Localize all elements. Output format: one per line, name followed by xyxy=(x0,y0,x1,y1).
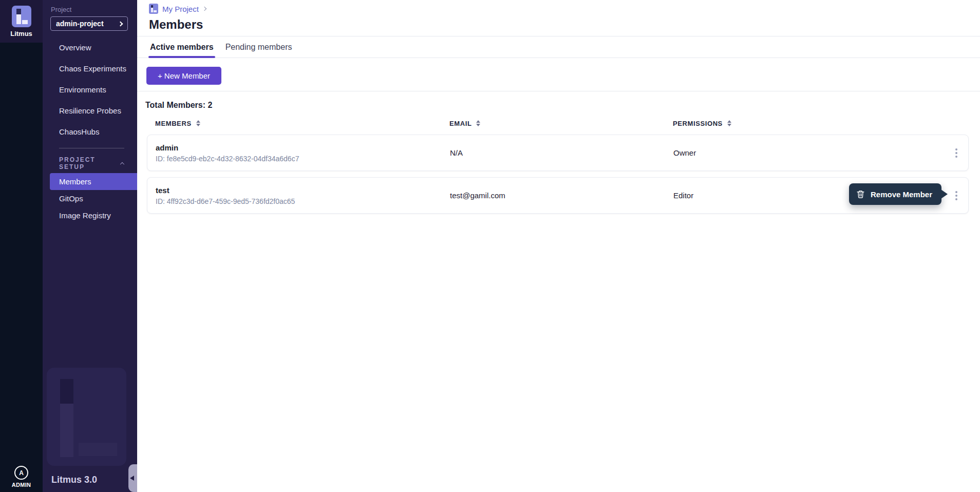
chevron-right-icon xyxy=(202,7,206,11)
main-nav: Overview Chaos Experiments Environments … xyxy=(43,37,137,142)
sidebar: Project admin-project Overview Chaos Exp… xyxy=(43,0,137,492)
icon-rail: Litmus A ADMIN xyxy=(0,0,43,492)
setup-nav: Members GitOps Image Registry xyxy=(43,173,137,224)
sidebar-divider xyxy=(59,148,124,148)
user-label: ADMIN xyxy=(12,482,31,488)
version-label: Litmus 3.0 xyxy=(51,475,97,485)
remove-member-label: Remove Member xyxy=(871,190,932,199)
sort-icon xyxy=(727,120,731,126)
project-selector[interactable]: admin-project xyxy=(50,16,128,31)
row-menu-kebab-icon[interactable] xyxy=(949,188,964,203)
member-cell: test ID: 4ff92c3d-d6e7-459c-9ed5-736fd2f… xyxy=(156,186,450,205)
sidebar-item-resilience-probes[interactable]: Resilience Probes xyxy=(43,100,137,121)
sidebar-item-image-registry[interactable]: Image Registry xyxy=(43,207,137,224)
member-id: ID: fe8e5cd9-eb2c-4d32-8632-04df34a6d6c7 xyxy=(156,155,450,163)
project-selector-value: admin-project xyxy=(56,20,104,28)
app-logo-label: Litmus xyxy=(10,30,32,37)
member-name: test xyxy=(156,186,450,195)
member-email: test@gamil.com xyxy=(450,191,673,200)
sidebar-item-environments[interactable]: Environments xyxy=(43,79,137,100)
trash-icon xyxy=(856,190,865,199)
app-logo[interactable]: Litmus xyxy=(0,0,43,43)
avatar-initial: A xyxy=(19,469,24,477)
member-cell: admin ID: fe8e5cd9-eb2c-4d32-8632-04df34… xyxy=(156,143,450,163)
page-title: Members xyxy=(149,17,203,32)
member-id: ID: 4ff92c3d-d6e7-459c-9ed5-736fd2f0ac65 xyxy=(156,197,450,205)
member-permission: Owner xyxy=(673,148,949,157)
total-members-count: Total Members: 2 xyxy=(145,101,212,110)
table-header: MEMBERS EMAIL PERMISSIONS xyxy=(147,117,969,129)
chevron-left-icon xyxy=(130,476,134,481)
divider xyxy=(137,91,980,91)
project-logo-icon xyxy=(149,4,158,14)
litmus-watermark-logo xyxy=(47,368,126,466)
members-table: admin ID: fe8e5cd9-eb2c-4d32-8632-04df34… xyxy=(147,135,969,220)
project-label: Project xyxy=(51,6,71,13)
column-header-members[interactable]: MEMBERS xyxy=(155,120,449,127)
table-row-admin: admin ID: fe8e5cd9-eb2c-4d32-8632-04df34… xyxy=(147,135,969,171)
table-row-test: test ID: 4ff92c3d-d6e7-459c-9ed5-736fd2f… xyxy=(147,177,969,214)
row-menu-kebab-icon[interactable] xyxy=(949,145,964,161)
breadcrumb-project-link[interactable]: My Project xyxy=(162,5,199,13)
sidebar-item-gitops[interactable]: GitOps xyxy=(43,190,137,207)
litmus-logo-icon xyxy=(12,6,31,27)
sort-icon xyxy=(196,120,200,126)
divider xyxy=(137,58,980,58)
sidebar-item-chaos-experiments[interactable]: Chaos Experiments xyxy=(43,58,137,79)
sort-icon xyxy=(476,120,480,126)
new-member-button[interactable]: + New Member xyxy=(146,67,221,85)
member-email: N/A xyxy=(450,148,673,157)
project-setup-label: PROJECT SETUP xyxy=(59,156,121,171)
chevron-right-icon xyxy=(118,21,123,26)
user-area: A ADMIN xyxy=(0,466,43,488)
main-content: My Project Members Active members Pendin… xyxy=(137,0,980,492)
tab-bar: Active members Pending members xyxy=(149,36,292,58)
breadcrumb: My Project xyxy=(149,4,206,14)
remove-member-menu-item[interactable]: Remove Member xyxy=(849,183,941,205)
column-header-permissions[interactable]: PERMISSIONS xyxy=(673,120,949,127)
user-avatar[interactable]: A xyxy=(14,466,28,480)
column-header-email[interactable]: EMAIL xyxy=(449,120,673,127)
member-name: admin xyxy=(156,143,450,152)
sidebar-collapse-button[interactable] xyxy=(128,464,137,492)
project-setup-section-toggle[interactable]: PROJECT SETUP xyxy=(59,156,124,171)
sidebar-item-chaoshubs[interactable]: ChaosHubs xyxy=(43,121,137,142)
tab-pending-members[interactable]: Pending members xyxy=(225,36,293,58)
sidebar-item-overview[interactable]: Overview xyxy=(43,37,137,58)
sidebar-item-members[interactable]: Members xyxy=(50,173,137,190)
tab-active-members[interactable]: Active members xyxy=(149,36,214,58)
